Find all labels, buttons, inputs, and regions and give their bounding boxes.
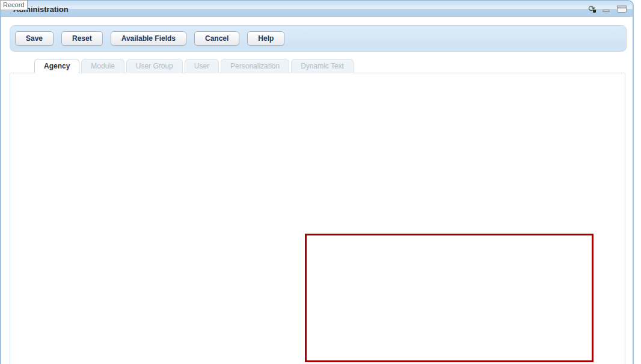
- tab-module[interactable]: Module: [81, 59, 124, 73]
- reset-button[interactable]: Reset: [61, 31, 103, 46]
- screen: Administration ⟳ Save Reset Available Fi…: [0, 0, 641, 364]
- action-bar: Save Reset Available Fields Cancel Help: [10, 25, 627, 52]
- minimize-icon[interactable]: [603, 10, 610, 12]
- help-button[interactable]: Help: [247, 31, 284, 46]
- agency-tab-panel: [10, 73, 625, 364]
- tab-dynamic-text[interactable]: Dynamic Text: [291, 59, 354, 73]
- window-controls: ⟳: [588, 4, 627, 13]
- tab-bar: Agency Module User Group User Personaliz…: [34, 59, 354, 73]
- cursor-tooltip: Record: [0, 0, 28, 10]
- save-button[interactable]: Save: [15, 31, 54, 46]
- available-fields-button[interactable]: Available Fields: [111, 31, 186, 46]
- refresh-icon[interactable]: ⟳: [588, 4, 595, 13]
- window-titlebar: Administration ⟳: [1, 1, 633, 17]
- tab-personalization[interactable]: Personalization: [221, 59, 289, 73]
- tab-agency[interactable]: Agency: [34, 59, 79, 73]
- administration-window: Administration ⟳ Save Reset Available Fi…: [0, 0, 634, 364]
- maximize-icon[interactable]: [617, 5, 627, 13]
- tab-user[interactable]: User: [185, 59, 219, 73]
- tab-user-group[interactable]: User Group: [126, 59, 183, 73]
- cancel-button[interactable]: Cancel: [194, 31, 239, 46]
